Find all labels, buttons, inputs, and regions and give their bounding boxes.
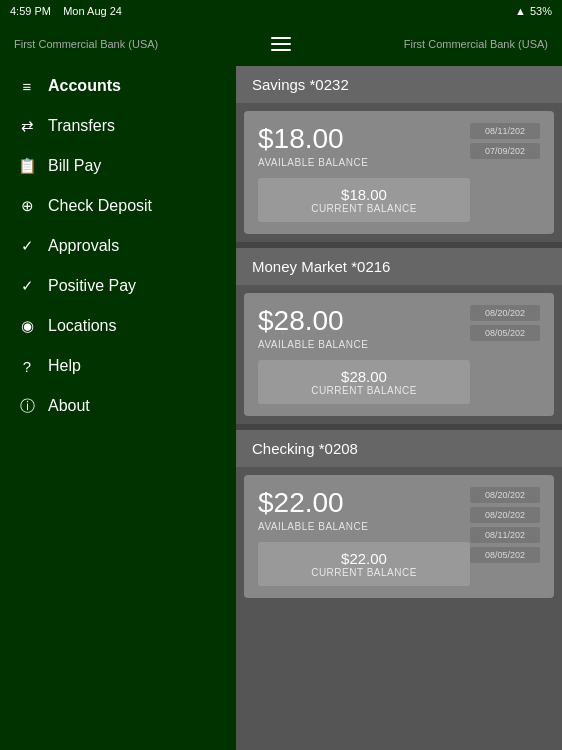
available-balance-label-checking: AVAILABLE BALANCE: [258, 521, 470, 532]
sidebar-item-about[interactable]: ⓘAbout: [0, 386, 236, 426]
status-bar: 4:59 PM Mon Aug 24 ▲ 53%: [0, 0, 562, 22]
date-display: Mon Aug 24: [63, 5, 122, 17]
status-right: ▲ 53%: [515, 5, 552, 17]
account-date-checking-3: 08/05/202: [470, 547, 540, 563]
sidebar-item-locations[interactable]: ◉Locations: [0, 306, 236, 346]
account-header-checking: Checking *0208: [236, 430, 562, 467]
sidebar-item-label-positive-pay: Positive Pay: [48, 277, 136, 295]
account-date-checking-0: 08/20/202: [470, 487, 540, 503]
sidebar-item-help[interactable]: ?Help: [0, 346, 236, 386]
wifi-icon: ▲: [515, 5, 526, 17]
hamburger-menu-button[interactable]: [267, 33, 295, 55]
account-date-money-market-1: 08/05/202: [470, 325, 540, 341]
current-balance-amount-money-market: $28.00: [272, 368, 456, 385]
bank-name-left: First Commercial Bank (USA): [14, 38, 158, 50]
bank-name-right: First Commercial Bank (USA): [404, 38, 548, 50]
account-card-inner-money-market: $28.00AVAILABLE BALANCE$28.00CURRENT BAL…: [258, 305, 540, 404]
sidebar-item-label-help: Help: [48, 357, 81, 375]
hamburger-line-1: [271, 37, 291, 39]
account-card-right-savings: 08/11/20207/09/202: [470, 123, 540, 222]
locations-icon: ◉: [16, 315, 38, 337]
about-icon: ⓘ: [16, 395, 38, 417]
account-card-inner-savings: $18.00AVAILABLE BALANCE$18.00CURRENT BAL…: [258, 123, 540, 222]
current-balance-box-checking: $22.00CURRENT BALANCE: [258, 542, 470, 586]
sidebar-item-accounts[interactable]: ≡Accounts: [0, 66, 236, 106]
sidebar-item-label-approvals: Approvals: [48, 237, 119, 255]
account-card-right-money-market: 08/20/20208/05/202: [470, 305, 540, 404]
account-date-checking-2: 08/11/202: [470, 527, 540, 543]
hamburger-line-2: [271, 43, 291, 45]
current-balance-amount-savings: $18.00: [272, 186, 456, 203]
positive-pay-icon: ✓: [16, 275, 38, 297]
available-balance-amount-money-market: $28.00: [258, 305, 470, 337]
current-balance-label-money-market: CURRENT BALANCE: [272, 385, 456, 396]
current-balance-label-savings: CURRENT BALANCE: [272, 203, 456, 214]
account-date-checking-1: 08/20/202: [470, 507, 540, 523]
main-content: Savings *0232$18.00AVAILABLE BALANCE$18.…: [236, 66, 562, 750]
sidebar-item-transfers[interactable]: ⇄Transfers: [0, 106, 236, 146]
account-card-inner-checking: $22.00AVAILABLE BALANCE$22.00CURRENT BAL…: [258, 487, 540, 586]
available-balance-amount-savings: $18.00: [258, 123, 470, 155]
status-time: 4:59 PM Mon Aug 24: [10, 5, 122, 17]
app-header: First Commercial Bank (USA) First Commer…: [0, 22, 562, 66]
current-balance-amount-checking: $22.00: [272, 550, 456, 567]
account-card-savings[interactable]: $18.00AVAILABLE BALANCE$18.00CURRENT BAL…: [244, 111, 554, 234]
account-section-money-market: Money Market *0216$28.00AVAILABLE BALANC…: [236, 248, 562, 430]
account-card-left-checking: $22.00AVAILABLE BALANCE$22.00CURRENT BAL…: [258, 487, 470, 586]
sidebar-item-label-bill-pay: Bill Pay: [48, 157, 101, 175]
account-date-money-market-0: 08/20/202: [470, 305, 540, 321]
account-card-checking[interactable]: $22.00AVAILABLE BALANCE$22.00CURRENT BAL…: [244, 475, 554, 598]
sidebar: ≡Accounts⇄Transfers📋Bill Pay⊕Check Depos…: [0, 66, 236, 750]
account-header-money-market: Money Market *0216: [236, 248, 562, 285]
check-deposit-icon: ⊕: [16, 195, 38, 217]
account-date-savings-1: 07/09/202: [470, 143, 540, 159]
sidebar-item-label-check-deposit: Check Deposit: [48, 197, 152, 215]
sidebar-item-label-accounts: Accounts: [48, 77, 121, 95]
sidebar-item-approvals[interactable]: ✓Approvals: [0, 226, 236, 266]
sidebar-item-label-transfers: Transfers: [48, 117, 115, 135]
hamburger-line-3: [271, 49, 291, 51]
current-balance-label-checking: CURRENT BALANCE: [272, 567, 456, 578]
available-balance-label-money-market: AVAILABLE BALANCE: [258, 339, 470, 350]
bill-pay-icon: 📋: [16, 155, 38, 177]
current-balance-box-savings: $18.00CURRENT BALANCE: [258, 178, 470, 222]
sidebar-item-check-deposit[interactable]: ⊕Check Deposit: [0, 186, 236, 226]
account-date-savings-0: 08/11/202: [470, 123, 540, 139]
accounts-icon: ≡: [16, 75, 38, 97]
time-display: 4:59 PM: [10, 5, 51, 17]
sidebar-item-label-locations: Locations: [48, 317, 117, 335]
account-card-left-money-market: $28.00AVAILABLE BALANCE$28.00CURRENT BAL…: [258, 305, 470, 404]
transfers-icon: ⇄: [16, 115, 38, 137]
available-balance-amount-checking: $22.00: [258, 487, 470, 519]
account-card-left-savings: $18.00AVAILABLE BALANCE$18.00CURRENT BAL…: [258, 123, 470, 222]
sidebar-item-bill-pay[interactable]: 📋Bill Pay: [0, 146, 236, 186]
help-icon: ?: [16, 355, 38, 377]
sidebar-item-label-about: About: [48, 397, 90, 415]
account-section-savings: Savings *0232$18.00AVAILABLE BALANCE$18.…: [236, 66, 562, 248]
current-balance-box-money-market: $28.00CURRENT BALANCE: [258, 360, 470, 404]
account-header-savings: Savings *0232: [236, 66, 562, 103]
available-balance-label-savings: AVAILABLE BALANCE: [258, 157, 470, 168]
account-card-right-checking: 08/20/20208/20/20208/11/20208/05/202: [470, 487, 540, 586]
account-section-checking: Checking *0208$22.00AVAILABLE BALANCE$22…: [236, 430, 562, 598]
approvals-icon: ✓: [16, 235, 38, 257]
sidebar-item-positive-pay[interactable]: ✓Positive Pay: [0, 266, 236, 306]
battery-display: 53%: [530, 5, 552, 17]
account-card-money-market[interactable]: $28.00AVAILABLE BALANCE$28.00CURRENT BAL…: [244, 293, 554, 416]
